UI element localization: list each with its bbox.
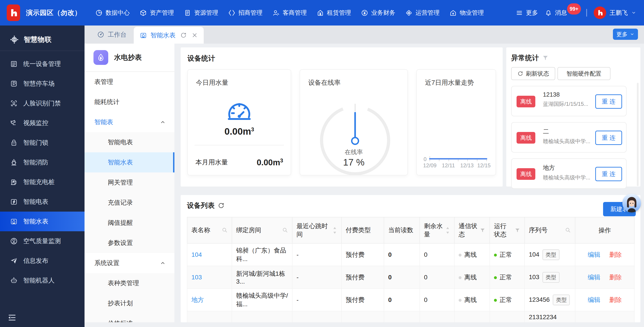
topnav-item-operation[interactable]: 运营管理 xyxy=(405,9,440,17)
sidebar-item-parking[interactable]: 智慧停车场 xyxy=(0,74,84,94)
filter-funnel-icon[interactable] xyxy=(514,228,520,233)
charging-pile-icon xyxy=(10,178,18,186)
cell-meter-name: 103 xyxy=(187,266,232,288)
edit-link[interactable]: 编辑 xyxy=(588,296,600,303)
sidebar-item-water-meter[interactable]: 智能水表 xyxy=(0,212,84,231)
search-icon[interactable] xyxy=(282,227,288,233)
submenu-item-meter-mgmt[interactable]: 表管理 xyxy=(84,72,174,92)
tab-smart-water-meter[interactable]: 智能水表 xyxy=(134,27,204,44)
submenu-item-reading-plan[interactable]: 抄表计划 xyxy=(84,293,174,313)
offline-dot xyxy=(459,254,462,256)
topnav-item-investment[interactable]: 招商管理 xyxy=(228,9,262,17)
cell-pay-type xyxy=(342,311,384,322)
refresh-status-button[interactable]: 刷新状态 xyxy=(511,67,555,80)
reconnect-button[interactable]: 重 连 xyxy=(595,130,622,145)
sidebar-item-fire[interactable]: 智能消防 xyxy=(0,152,84,172)
tab-close-icon[interactable] xyxy=(192,32,198,38)
sidebar-item-air-quality[interactable]: 空气质量监测 xyxy=(0,231,84,251)
door-lock-icon xyxy=(10,139,18,147)
topnav-item-finance[interactable]: 业务财务 xyxy=(361,9,395,17)
col-bound-room: 绑定房间 xyxy=(232,217,292,243)
chevron-down-icon xyxy=(630,32,634,37)
edit-link[interactable]: 编辑 xyxy=(588,251,600,258)
assistant-avatar[interactable] xyxy=(622,194,641,212)
delete-link[interactable]: 删除 xyxy=(609,296,622,303)
sidebar-item-device-mgmt[interactable]: 统一设备管理 xyxy=(0,54,84,74)
tabbar-more-button[interactable]: 更多 xyxy=(613,29,638,40)
type-tag[interactable]: 类型 xyxy=(542,272,560,283)
abnormal-card: 离线 地方赣榆城头高级中学... 重 连 xyxy=(511,158,626,189)
face-recognition-icon xyxy=(10,99,18,107)
submenu-group-smart-meter[interactable]: 智能表 xyxy=(84,112,174,132)
yen-circle-icon xyxy=(361,9,368,16)
topnav-item-property[interactable]: 物业管理 xyxy=(450,9,484,17)
table-header-row: 表名称 绑定房间 最近心跳时间 付费类型 当前读数 剩余水量 通信状态 运行状态… xyxy=(187,217,634,243)
messages-button[interactable]: 消息 99+ xyxy=(545,9,580,17)
sidebar-item-electric-meter[interactable]: 智能电表 xyxy=(0,192,84,212)
submenu-item-threshold[interactable]: 阈值提醒 xyxy=(84,213,174,233)
filter-funnel-icon[interactable] xyxy=(542,54,549,61)
sort-caret-icon[interactable] xyxy=(445,226,450,234)
device-list-panel: 设备列表 新建表 表名称 绑定房间 最近心跳时间 付费类 xyxy=(181,195,640,322)
reconnect-button[interactable]: 重 连 xyxy=(595,94,622,109)
topnav-item-lease[interactable]: 租赁管理 xyxy=(317,9,351,17)
sidebar-item-door-lock[interactable]: 智能门锁 xyxy=(0,133,84,152)
left-sidebar: 智慧物联 统一设备管理 智慧停车场 人脸识别门禁 视频监控 智能门锁 智能消防 … xyxy=(0,26,84,327)
topnav-label: 数据中心 xyxy=(106,9,130,17)
sidebar-item-video[interactable]: 视频监控 xyxy=(0,113,84,133)
topnav-item-customer[interactable]: 客商管理 xyxy=(272,9,307,17)
trend-line-chart xyxy=(417,70,497,176)
device-name: 二 xyxy=(543,128,596,136)
delete-link[interactable]: 删除 xyxy=(609,274,622,281)
submenu-item-meter-types[interactable]: 表种类管理 xyxy=(84,273,174,293)
submenu-item-electric-meter[interactable]: 智能电表 xyxy=(84,132,174,152)
edit-link[interactable]: 编辑 xyxy=(588,274,600,281)
hardware-config-button[interactable]: 智能硬件配置 xyxy=(558,67,610,80)
submenu-panel: 水电抄表 表管理 能耗统计 智能表 智能电表 智能水表 网关管理 充值记录 阈值… xyxy=(84,44,174,322)
topnav-item-data-center[interactable]: 数据中心 xyxy=(95,9,130,17)
topnav-label: 运营管理 xyxy=(416,9,440,17)
submenu-item-params[interactable]: 参数设置 xyxy=(84,233,174,253)
submenu-item-recharge[interactable]: 充值记录 xyxy=(84,192,174,213)
offline-badge: 离线 xyxy=(516,132,535,144)
topnav-label: 业务财务 xyxy=(371,9,395,17)
today-water-card: 今日用水量 xyxy=(188,69,291,175)
submenu-item-price-standard[interactable]: 价格标准 xyxy=(84,313,174,322)
chevron-down-icon xyxy=(631,10,636,16)
refresh-icon[interactable] xyxy=(218,202,224,209)
type-tag[interactable]: 类型 xyxy=(553,294,570,305)
sidebar-item-face-access[interactable]: 人脸识别门禁 xyxy=(0,94,84,113)
sidebar-item-robot[interactable]: 智能机器人 xyxy=(0,271,84,290)
customer-icon xyxy=(272,9,280,16)
reconnect-button[interactable]: 重 连 xyxy=(595,167,622,181)
submenu-item-gateway[interactable]: 网关管理 xyxy=(84,172,174,192)
submenu-item-energy-stats[interactable]: 能耗统计 xyxy=(84,92,174,112)
sidebar-collapse-icon[interactable] xyxy=(7,313,17,322)
scrollbar-track[interactable] xyxy=(637,83,639,186)
sidebar-item-info-publish[interactable]: 信息发布 xyxy=(0,251,84,271)
submenu-item-water-meter[interactable]: 智能水表 xyxy=(84,152,174,172)
cell-actions: 编辑删除 xyxy=(575,288,634,311)
sort-caret-icon[interactable] xyxy=(332,226,337,234)
tab-workbench[interactable]: 工作台 xyxy=(90,26,134,44)
user-menu[interactable]: 王鹏飞 xyxy=(594,6,636,19)
delete-link[interactable]: 删除 xyxy=(609,251,622,258)
sidebar-item-charging[interactable]: 智能充电桩 xyxy=(0,172,84,192)
cell-current-reading: 0 xyxy=(384,243,420,266)
top-nav: 数据中心 资产管理 资源管理 招商管理 客商管理 租赁管理 业务财务 运营管理 … xyxy=(95,9,484,17)
user-name: 王鹏飞 xyxy=(610,9,628,17)
brand[interactable]: 演示园区（勿改） xyxy=(7,4,82,21)
cell-current-reading: 0 xyxy=(384,266,420,288)
topnav-more[interactable]: 更多 xyxy=(516,9,538,17)
search-icon[interactable] xyxy=(565,227,571,233)
filter-funnel-icon[interactable] xyxy=(480,228,486,233)
search-icon[interactable] xyxy=(222,227,228,233)
cell-actions: 编辑删除 xyxy=(575,266,634,288)
submenu-group-system-settings[interactable]: 系统设置 xyxy=(84,253,174,273)
paper-plane-icon xyxy=(10,257,18,265)
topnav-item-resource[interactable]: 资源管理 xyxy=(184,9,218,17)
operation-icon xyxy=(405,9,412,16)
type-tag[interactable]: 类型 xyxy=(542,250,560,260)
topnav-item-asset[interactable]: 资产管理 xyxy=(140,9,174,17)
tab-refresh-icon[interactable] xyxy=(180,32,187,38)
